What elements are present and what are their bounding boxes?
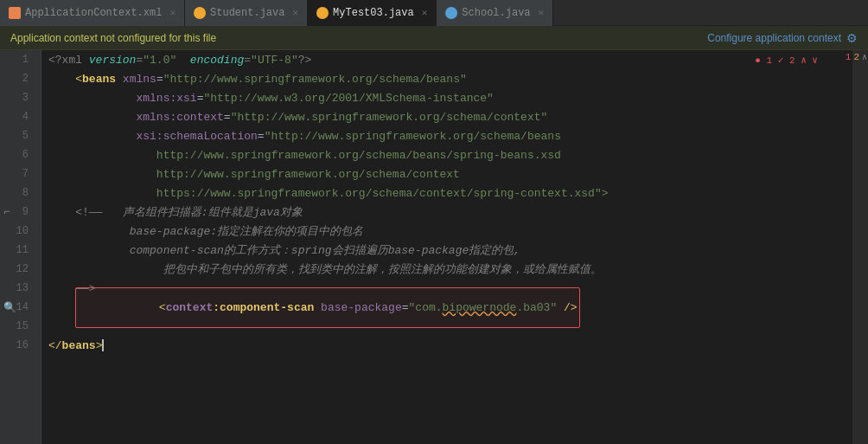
line-num-5: 5 <box>0 126 35 145</box>
tab-xml-label: ApplicationContext.xml <box>25 7 162 19</box>
nav-up[interactable]: ∧ <box>862 52 867 62</box>
tab-xml[interactable]: ApplicationContext.xml ✕ <box>0 0 185 26</box>
tab-student-label: Student.java <box>210 7 284 19</box>
warning-text: Application context not configured for t… <box>10 32 216 44</box>
hint-icon: 🔍 <box>3 301 16 314</box>
line-gutter: 1 2 3 4 5 6 7 8 ⌐ 9 10 11 12 13 🔍 14 15 … <box>0 50 41 444</box>
text-cursor <box>102 339 104 351</box>
line-num-12: 12 <box>0 260 35 279</box>
line-12: 把包中和子包中的所有类，找到类中的注解，按照注解的功能创建对象，或给属性赋值。 <box>48 260 852 279</box>
line-num-14: 🔍 14 <box>0 298 35 317</box>
line-6: http://www.springframework.org/schema/be… <box>48 145 852 164</box>
line-num-10: 10 <box>0 222 35 241</box>
line-num-13: 13 <box>0 279 35 298</box>
line-num-16: 16 <box>0 336 35 355</box>
warning-bar: Application context not configured for t… <box>0 26 868 50</box>
right-indicator-bar: 1 2 ∧ ∨ <box>852 50 868 444</box>
line-10: base-package:指定注解在你的项目中的包名 <box>48 222 852 241</box>
editor-window: ApplicationContext.xml ✕ Student.java ✕ … <box>0 0 868 444</box>
line-11: component-scan的工作方式：spring会扫描遍历base-pack… <box>48 241 852 260</box>
tab-mytest-close[interactable]: ✕ <box>422 7 428 18</box>
java-file-icon-student <box>194 7 206 19</box>
tab-student-close[interactable]: ✕ <box>292 7 298 18</box>
code-content[interactable]: <?xml version="1.0" encoding="UTF-8"?> ●… <box>41 50 852 444</box>
java-file-icon-mytest <box>316 7 329 19</box>
tab-bar: ApplicationContext.xml ✕ Student.java ✕ … <box>0 0 868 26</box>
line-2: <beans xmlns="http://www.springframework… <box>48 69 852 88</box>
line-num-7: 7 <box>0 164 35 183</box>
line-8: https://www.springframework.org/schema/c… <box>48 183 852 203</box>
line-5: xsi:schemaLocation="http://www.springfra… <box>48 126 852 145</box>
line-num-15: 15 <box>0 317 35 336</box>
java-file-icon-school <box>445 7 457 19</box>
code-editor[interactable]: 1 2 3 4 5 6 7 8 ⌐ 9 10 11 12 13 🔍 14 15 … <box>0 50 868 444</box>
line-num-3: 3 <box>0 88 35 107</box>
line-14: <context:component-scan base-package="co… <box>48 298 852 317</box>
gear-icon[interactable]: ⚙ <box>846 31 858 45</box>
tab-mytest-label: MyTest03.java <box>333 7 414 19</box>
tab-school[interactable]: School.java ✕ <box>437 0 553 26</box>
xml-file-icon <box>9 7 21 19</box>
tab-school-close[interactable]: ✕ <box>539 7 545 18</box>
line-num-9: ⌐ 9 <box>0 203 35 222</box>
tab-xml-close[interactable]: ✕ <box>169 7 176 18</box>
tab-school-label: School.java <box>462 7 530 19</box>
line-9: <!—— 声名组件扫描器:组件就是java对象 <box>48 203 852 222</box>
line-num-4: 4 <box>0 107 35 126</box>
line-num-6: 6 <box>0 145 35 164</box>
line-num-8: 8 <box>0 183 35 203</box>
configure-label: Configure application context <box>707 32 841 44</box>
line-num-11: 11 <box>0 241 35 260</box>
tab-mytest[interactable]: MyTest03.java ✕ <box>308 0 437 26</box>
line-3: xmlns:xsi="http://www.w3.org/2001/XMLSch… <box>48 88 852 107</box>
line-num-1: 1 <box>0 50 35 69</box>
line-1: <?xml version="1.0" encoding="UTF-8"?> ●… <box>48 50 852 69</box>
line-7: http://www.springframework.org/schema/co… <box>48 164 852 183</box>
code-area: 1 2 3 4 5 6 7 8 ⌐ 9 10 11 12 13 🔍 14 15 … <box>0 50 868 444</box>
line-4: xmlns:context="http://www.springframewor… <box>48 107 852 126</box>
warning-count: 2 <box>853 52 859 62</box>
error-indicator: ● 1 ✓ 2 ∧ ∨ <box>755 55 818 66</box>
tab-student[interactable]: Student.java ✕ <box>185 0 308 26</box>
configure-link[interactable]: Configure application context ⚙ <box>707 31 858 45</box>
line-15 <box>48 317 852 336</box>
line-16: </beans> <box>48 336 852 355</box>
line-num-2: 2 <box>0 69 35 88</box>
